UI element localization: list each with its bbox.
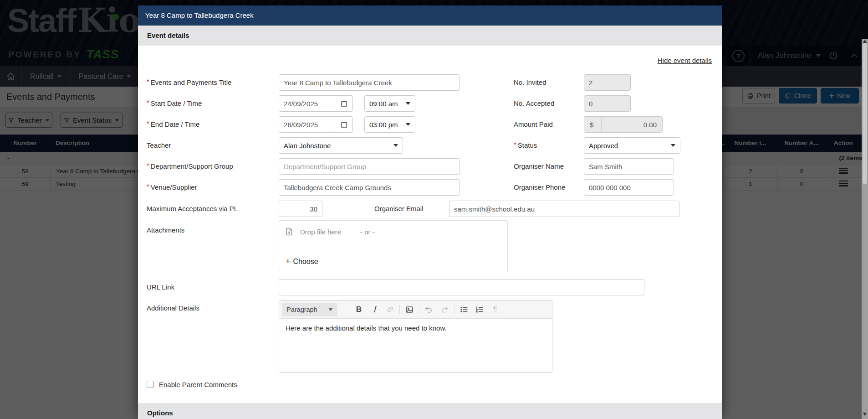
insert-image-button[interactable]	[402, 303, 417, 316]
amount-paid-value: 0.00	[602, 117, 662, 132]
url-link-input[interactable]	[279, 279, 644, 295]
organiser-name-input[interactable]	[584, 158, 674, 175]
toolbar-separator	[399, 305, 400, 314]
label-attachments: Attachments	[147, 222, 184, 238]
enable-parent-comments-row: Enable Parent Comments	[147, 376, 237, 393]
italic-button[interactable]: I	[367, 303, 382, 316]
venue-input[interactable]	[279, 179, 460, 196]
bullet-list-button[interactable]	[456, 303, 472, 316]
undo-button[interactable]	[421, 303, 437, 316]
plus-icon: +	[286, 257, 291, 266]
max-acceptances-input[interactable]	[279, 201, 322, 217]
staff-kiosk-app: Staff Kiosk POWERED BY TASS ? Alan Johns…	[0, 0, 868, 419]
event-details-modal: Year 8 Camp to Tallebudgera Creek Event …	[138, 5, 722, 419]
chevron-down-icon	[329, 308, 333, 310]
label-organiser-email: Organiser Email	[374, 201, 424, 217]
attachments-dropzone[interactable]: Drop file here - or - + Choose	[279, 220, 508, 272]
label-amount-paid: Amount Paid	[514, 116, 553, 133]
bullet-list-icon	[460, 305, 468, 314]
hide-event-details-link[interactable]: Hide event details	[658, 57, 712, 64]
end-time-value: 03:00 pm	[369, 121, 398, 129]
numbered-list-button[interactable]	[472, 303, 487, 316]
redo-icon	[440, 305, 449, 314]
no-accepted-input	[584, 95, 631, 112]
calendar-icon[interactable]	[335, 116, 353, 133]
drop-file-text: Drop file here	[300, 228, 341, 236]
link-icon	[386, 305, 394, 313]
end-date-input[interactable]	[279, 116, 335, 133]
teacher-select[interactable]: Alan Johnstone	[279, 137, 403, 154]
enable-parent-comments-checkbox[interactable]	[147, 381, 154, 388]
chevron-down-icon	[406, 102, 410, 105]
start-time-select[interactable]: 09:00 am	[364, 95, 415, 112]
status-select[interactable]: Approved	[584, 137, 680, 154]
no-invited-input	[584, 74, 631, 91]
section-event-details: Event details	[138, 26, 722, 46]
label-teacher: Teacher	[147, 137, 171, 154]
required-asterisk: *	[514, 140, 516, 148]
label-start-date-time: *Start Date / Time	[147, 95, 202, 112]
paragraph-mark-button[interactable]: ¶	[487, 303, 503, 316]
choose-label: Choose	[293, 258, 318, 266]
label-additional-details: Additional Details	[147, 300, 199, 316]
end-date-field	[279, 116, 353, 133]
or-text: - or -	[360, 228, 375, 236]
redo-button[interactable]	[437, 303, 452, 316]
status-value: Approved	[589, 142, 618, 150]
label-organiser-phone: Organiser Phone	[514, 179, 565, 196]
required-asterisk: *	[147, 98, 149, 106]
label-organiser-name: Organiser Name	[514, 158, 564, 175]
file-upload-icon	[285, 227, 294, 236]
required-asterisk: *	[147, 182, 149, 190]
events-payments-title-input[interactable]	[279, 74, 460, 91]
start-date-input[interactable]	[279, 95, 335, 112]
choose-file-button[interactable]: + Choose	[286, 257, 318, 266]
modal-title-bar: Year 8 Camp to Tallebudgera Creek	[138, 5, 722, 26]
currency-addon: $	[584, 117, 602, 132]
amount-paid-field: $ 0.00	[584, 116, 663, 133]
end-time-select[interactable]: 03:00 pm	[364, 116, 415, 133]
scroll-down-arrow[interactable]	[863, 413, 867, 416]
scrollbar-thumb[interactable]	[863, 43, 867, 184]
chevron-down-icon	[406, 123, 410, 126]
organiser-email-input[interactable]	[449, 201, 679, 217]
chevron-down-icon	[393, 144, 398, 147]
label-no-invited: No. Invited	[514, 74, 546, 91]
label-url-link: URL Link	[147, 279, 174, 295]
link-button[interactable]	[382, 303, 398, 316]
scroll-up-arrow[interactable]	[863, 40, 867, 43]
calendar-icon[interactable]	[335, 95, 353, 112]
required-asterisk: *	[147, 119, 149, 127]
section-options: Options	[138, 403, 722, 419]
editor-content[interactable]: Here are the additional details that you…	[279, 319, 552, 372]
required-asterisk: *	[147, 78, 149, 85]
toolbar-separator	[419, 305, 419, 314]
numbered-list-icon	[475, 305, 484, 314]
start-date-field	[279, 95, 353, 112]
label-no-accepted: No. Accepted	[514, 95, 554, 112]
teacher-value: Alan Johnstone	[284, 142, 331, 150]
label-venue: *Venue/Supplier	[147, 179, 197, 196]
enable-parent-comments-label: Enable Parent Comments	[159, 381, 237, 388]
department-input[interactable]	[279, 158, 460, 175]
editor-toolbar: Paragraph B I	[279, 300, 552, 319]
paragraph-label: Paragraph	[286, 306, 317, 313]
bold-button[interactable]: B	[351, 303, 367, 316]
label-events-payments-title: *Events and Payments Title	[147, 74, 231, 91]
image-icon	[405, 305, 414, 314]
toolbar-separator	[454, 305, 454, 314]
paragraph-style-select[interactable]: Paragraph	[282, 303, 337, 316]
dropzone-hint: Drop file here - or -	[285, 227, 375, 236]
label-max-acceptances: Maximum Acceptances via PL	[147, 201, 238, 217]
label-end-date-time: *End Date / Time	[147, 116, 199, 133]
undo-icon	[425, 305, 433, 314]
rich-text-editor: Paragraph B I	[279, 300, 552, 372]
label-status: *Status	[514, 137, 537, 154]
required-asterisk: *	[147, 161, 149, 169]
organiser-phone-input[interactable]	[584, 179, 674, 196]
chevron-down-icon	[671, 144, 675, 147]
start-time-value: 09:00 am	[369, 100, 398, 108]
label-department: *Department/Support Group	[147, 158, 233, 175]
